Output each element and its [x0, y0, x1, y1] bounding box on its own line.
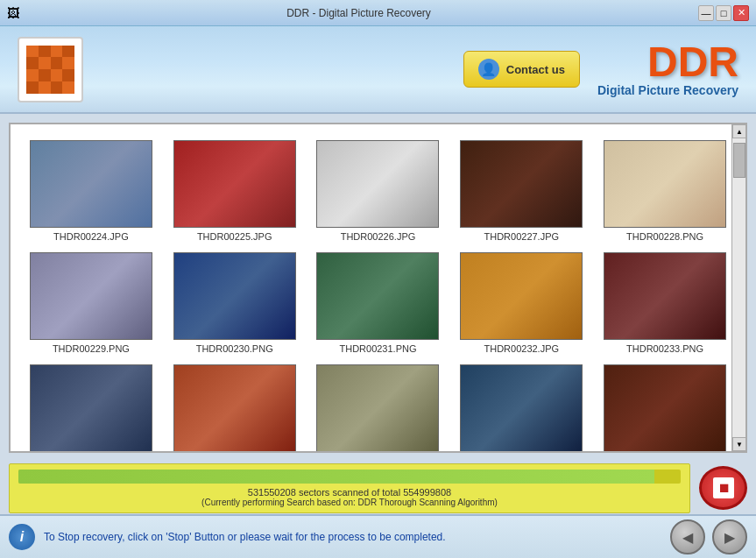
image-thumbnail[interactable]: [30, 364, 152, 451]
progress-text: 531550208 sectors scanned of total 55499…: [18, 487, 681, 498]
image-item[interactable]: THDR00227.JPG: [449, 133, 593, 245]
image-item[interactable]: THDR00225.JPG: [163, 133, 307, 245]
ddr-subtitle: Digital Picture Recovery: [597, 83, 738, 97]
minimize-button[interactable]: —: [698, 5, 714, 21]
contact-icon: 👤: [478, 59, 499, 80]
image-item[interactable]: THDR00238.PNG: [593, 357, 737, 451]
image-item[interactable]: THDR00236.PNG: [307, 357, 450, 451]
header: 👤 Contact us DDR Digital Picture Recover…: [0, 26, 756, 114]
image-item[interactable]: THDR00229.PNG: [19, 245, 163, 357]
image-thumbnail[interactable]: [30, 252, 152, 340]
progress-bar-container: [18, 470, 681, 484]
status-message: To Stop recovery, click on 'Stop' Button…: [44, 531, 661, 543]
image-thumbnail[interactable]: [604, 252, 726, 340]
contact-button-label: Contact us: [506, 63, 565, 76]
image-thumbnail[interactable]: [460, 252, 583, 340]
status-bar: i To Stop recovery, click on 'Stop' Butt…: [0, 514, 756, 558]
image-thumbnail[interactable]: [460, 364, 583, 451]
title-bar: 🖼 DDR - Digital Picture Recovery — □ ✕: [0, 0, 756, 26]
stop-button[interactable]: ⏹: [699, 466, 747, 510]
image-grid-container: THDR00224.JPG THDR00225.JPG THDR00226.JP…: [9, 123, 747, 453]
image-thumbnail[interactable]: [173, 252, 296, 340]
image-label: THDR00232.JPG: [484, 343, 559, 354]
scroll-up-arrow[interactable]: ▲: [732, 124, 746, 138]
image-item[interactable]: THDR00226.JPG: [307, 133, 450, 245]
image-thumbnail[interactable]: [316, 252, 439, 340]
progress-area: 531550208 sectors scanned of total 55499…: [0, 462, 756, 514]
logo-checkerboard: [26, 46, 74, 94]
forward-button[interactable]: ▶: [712, 519, 747, 554]
image-item[interactable]: THDR00224.JPG: [19, 133, 163, 245]
image-item[interactable]: THDR00233.PNG: [593, 245, 737, 357]
contact-button[interactable]: 👤 Contact us: [463, 51, 580, 88]
image-thumbnail[interactable]: [316, 140, 439, 228]
nav-buttons: ◀ ▶: [670, 519, 747, 554]
image-grid: THDR00224.JPG THDR00225.JPG THDR00226.JP…: [11, 124, 745, 451]
image-label: THDR00227.JPG: [484, 231, 559, 242]
close-button[interactable]: ✕: [733, 5, 749, 21]
progress-bar-fill: [18, 470, 654, 484]
window-controls: — □ ✕: [698, 5, 749, 21]
ddr-title-area: DDR Digital Picture Recovery: [597, 41, 738, 97]
image-thumbnail[interactable]: [460, 140, 583, 228]
progress-subtext: (Currently performing Search based on: D…: [18, 498, 681, 507]
image-label: THDR00226.JPG: [341, 231, 416, 242]
image-item[interactable]: THDR00231.PNG: [307, 245, 450, 357]
image-thumbnail[interactable]: [316, 364, 439, 451]
scroll-track[interactable]: [732, 138, 745, 437]
title-bar-icon: 🖼: [7, 6, 19, 20]
image-label: THDR00229.PNG: [53, 343, 130, 354]
image-thumbnail[interactable]: [604, 364, 726, 451]
image-item[interactable]: THDR00237.PNG: [449, 357, 593, 451]
logo-box: [18, 37, 83, 102]
info-icon: i: [9, 524, 35, 550]
scroll-down-arrow[interactable]: ▼: [732, 437, 746, 451]
image-label: THDR00225.JPG: [197, 231, 272, 242]
ddr-logo-text: DDR: [597, 41, 738, 83]
image-thumbnail[interactable]: [604, 140, 726, 228]
image-label: THDR00231.PNG: [339, 343, 416, 354]
back-button[interactable]: ◀: [670, 519, 705, 554]
image-label: THDR00228.PNG: [626, 231, 703, 242]
image-item[interactable]: THDR00232.JPG: [449, 245, 593, 357]
image-thumbnail[interactable]: [30, 140, 152, 228]
scrollbar[interactable]: ▲ ▼: [731, 124, 745, 451]
image-label: THDR00233.PNG: [626, 343, 703, 354]
stop-icon: ⏹: [713, 477, 734, 498]
scroll-thumb[interactable]: [733, 143, 745, 178]
progress-box: 531550208 sectors scanned of total 55499…: [9, 463, 690, 513]
main-content: THDR00224.JPG THDR00225.JPG THDR00226.JP…: [0, 114, 756, 462]
image-thumbnail[interactable]: [173, 140, 296, 228]
image-thumbnail[interactable]: [173, 364, 296, 451]
image-item[interactable]: THDR00230.PNG: [163, 245, 307, 357]
image-item[interactable]: THDR00234.PNG: [19, 357, 163, 451]
image-label: THDR00224.JPG: [53, 231, 129, 242]
image-item[interactable]: THDR00228.PNG: [593, 133, 737, 245]
maximize-button[interactable]: □: [716, 5, 731, 21]
image-item[interactable]: THDR00235.PNG: [163, 357, 307, 451]
title-bar-text: DDR - Digital Picture Recovery: [19, 7, 698, 19]
image-label: THDR00230.PNG: [196, 343, 273, 354]
